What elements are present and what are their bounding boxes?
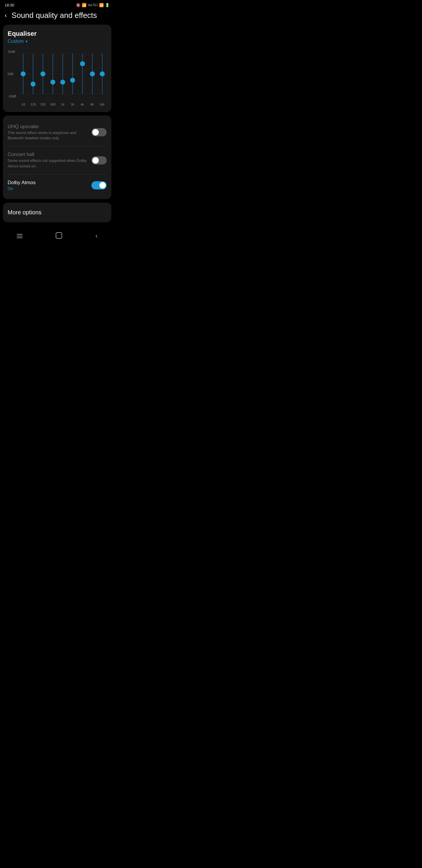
dolby-toggle-thumb xyxy=(99,182,106,189)
svg-point-4 xyxy=(21,71,26,76)
page-title: Sound quality and effects xyxy=(11,11,97,20)
concert-title: Concert hall xyxy=(8,152,87,157)
eq-y-label-mid: 0dB xyxy=(8,72,16,76)
nav-back-button[interactable]: ‹ xyxy=(96,232,98,240)
concert-toggle-thumb xyxy=(92,157,99,164)
battery-icon: 🔋 xyxy=(105,3,109,7)
eq-x-labels: 63 125 250 500 1k 2k 4k 8k 16k xyxy=(19,102,107,107)
dolby-status: On xyxy=(8,186,87,191)
eq-chart-svg xyxy=(19,48,107,100)
status-time: 18:30 xyxy=(5,3,14,7)
eq-freq-4k: 4k xyxy=(78,103,87,106)
concert-toggle-track xyxy=(91,156,107,164)
svg-point-20 xyxy=(100,71,105,76)
status-icons: 🔇 📶 VoLTE1 📶 🔋 xyxy=(76,3,109,7)
svg-point-6 xyxy=(30,82,35,87)
eq-y-label-top: 10dB xyxy=(8,50,16,53)
uhq-desc: This sound effect works in earphone and … xyxy=(8,130,87,141)
chevron-down-icon: ▾ xyxy=(26,39,28,44)
dolby-toggle[interactable] xyxy=(91,181,107,189)
wifi-icon: 📶 xyxy=(82,3,87,7)
more-options-card[interactable]: More options xyxy=(3,203,111,222)
eq-freq-500: 500 xyxy=(48,103,58,106)
back-button[interactable]: ‹ xyxy=(5,12,7,19)
dolby-atmos-row[interactable]: Dolby Atmos On xyxy=(8,177,107,194)
nav-bar: ‹ xyxy=(0,228,114,245)
uhq-toggle-track xyxy=(91,128,107,136)
eq-freq-125: 125 xyxy=(29,103,38,106)
divider-2 xyxy=(8,174,107,175)
eq-freq-1k: 1k xyxy=(58,103,67,106)
eq-freq-250: 250 xyxy=(38,103,48,106)
uhq-title: UHQ upscaler xyxy=(8,124,87,130)
signal-icon: 📶 xyxy=(99,3,104,7)
uhq-left: UHQ upscaler This sound effect works in … xyxy=(8,124,91,141)
eq-chart-container: 10dB 0dB -10dB xyxy=(19,48,107,107)
divider-1 xyxy=(8,146,107,146)
svg-point-8 xyxy=(40,71,45,76)
eq-freq-16k: 16k xyxy=(97,103,107,106)
recent-apps-button[interactable] xyxy=(17,234,23,238)
eq-preset-label: Custom xyxy=(8,39,24,44)
concert-desc: Some sound effects not supported when Do… xyxy=(8,158,87,168)
svg-point-16 xyxy=(80,61,85,66)
more-options-title: More options xyxy=(8,209,42,216)
dolby-left: Dolby Atmos On xyxy=(8,180,91,191)
eq-freq-8k: 8k xyxy=(88,103,97,106)
svg-point-12 xyxy=(60,80,65,85)
sound-effects-card: UHQ upscaler This sound effect works in … xyxy=(3,116,111,199)
mute-icon: 🔇 xyxy=(76,3,80,7)
equaliser-title: Equaliser xyxy=(8,30,107,37)
svg-point-14 xyxy=(70,78,75,83)
page-header: ‹ Sound quality and effects xyxy=(0,8,114,25)
concert-hall-row[interactable]: Concert hall Some sound effects not supp… xyxy=(8,149,107,172)
eq-freq-2k: 2k xyxy=(68,103,77,106)
equaliser-card: Equaliser Custom ▾ 10dB 0dB -10dB xyxy=(3,25,111,112)
eq-freq-63: 63 xyxy=(19,103,28,106)
dolby-title: Dolby Atmos xyxy=(8,180,87,186)
eq-preset-selector[interactable]: Custom ▾ xyxy=(8,39,107,44)
uhq-toggle[interactable] xyxy=(91,128,107,136)
svg-point-18 xyxy=(90,71,95,76)
concert-left: Concert hall Some sound effects not supp… xyxy=(8,152,91,168)
svg-point-10 xyxy=(51,80,55,85)
status-bar: 18:30 🔇 📶 VoLTE1 📶 🔋 xyxy=(0,0,114,8)
eq-y-label-bot: -10dB xyxy=(8,94,16,98)
lte-icon: VoLTE1 xyxy=(88,3,98,7)
home-button[interactable] xyxy=(56,232,62,240)
dolby-toggle-track xyxy=(91,181,107,189)
concert-toggle[interactable] xyxy=(91,156,107,164)
uhq-toggle-thumb xyxy=(92,129,99,135)
uhq-upscaler-row[interactable]: UHQ upscaler This sound effect works in … xyxy=(8,121,107,144)
